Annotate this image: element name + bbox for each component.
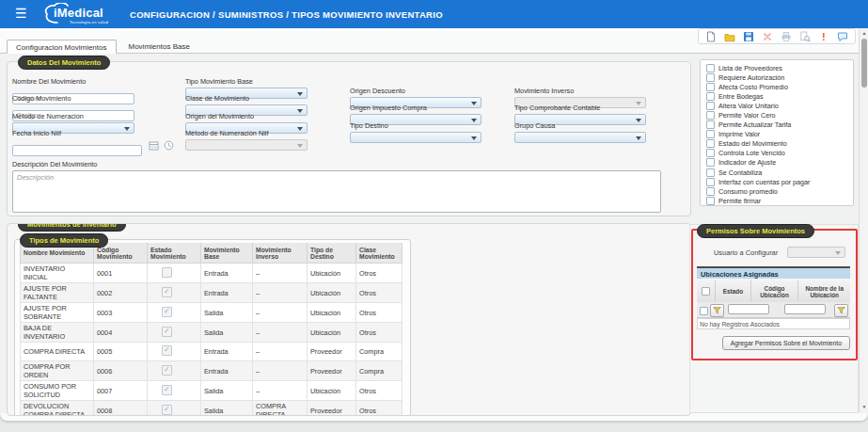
- usuario-label: Usuario a Configurar: [714, 248, 778, 257]
- checkbox-icon[interactable]: [706, 139, 715, 148]
- fecha-inicio-niif-input[interactable]: [12, 145, 142, 156]
- clock-icon[interactable]: [164, 137, 174, 148]
- movimientos-inventario-section: Movimientos de Inventario Tipos de Movim…: [7, 223, 691, 416]
- cell-destino: Ubicación: [308, 323, 356, 343]
- col-header[interactable]: Tipo de Destino: [308, 243, 356, 264]
- table-row[interactable]: CONSUMO POR SOLICITUD 0007 Salida – Ubic…: [21, 381, 402, 401]
- checkbox-icon[interactable]: [706, 187, 715, 196]
- cell-inverso: –: [253, 303, 308, 323]
- option-item[interactable]: Se Contabiliza: [706, 168, 853, 177]
- checkbox-icon[interactable]: [706, 83, 715, 91]
- col-header-nombre-ubicacion[interactable]: Nombre de la Ubicación: [798, 280, 850, 302]
- open-folder-icon[interactable]: [724, 31, 735, 42]
- codigo-ubicacion-filter-input[interactable]: [728, 304, 769, 314]
- option-item[interactable]: Entre Bodegas: [706, 91, 853, 101]
- calendar-icon[interactable]: [149, 137, 159, 148]
- option-item[interactable]: Permite Valor Cero: [706, 110, 853, 120]
- table-row[interactable]: AJUSTE POR SOBRANTE 0003 Salida – Ubicac…: [21, 303, 402, 323]
- save-icon[interactable]: [743, 31, 754, 42]
- cell-codigo: 0002: [94, 283, 148, 303]
- scroll-down-arrow-icon[interactable]: ▼: [860, 403, 868, 411]
- descripcion-textarea[interactable]: [12, 170, 661, 213]
- cell-nombre: AJUSTE POR SOBRANTE: [21, 303, 94, 323]
- new-document-icon[interactable]: [705, 31, 717, 42]
- print-icon[interactable]: [781, 31, 792, 42]
- comment-icon[interactable]: [837, 31, 848, 42]
- option-item[interactable]: Permite firmar: [706, 196, 853, 205]
- cell-estado: [148, 381, 201, 401]
- checkbox-icon[interactable]: [706, 178, 715, 186]
- cell-base: Salida: [201, 303, 253, 323]
- scrollbar-thumb[interactable]: [861, 39, 867, 88]
- table-row[interactable]: DEVOLUCION COMPRA DIRECTA 0008 Salida CO…: [21, 401, 402, 417]
- grupo-causa-select[interactable]: [514, 132, 646, 143]
- checkbox-icon[interactable]: [706, 158, 715, 167]
- checkbox-icon[interactable]: [706, 149, 715, 157]
- option-item[interactable]: Requiere Autorización: [706, 72, 853, 82]
- checkbox-icon[interactable]: [706, 168, 715, 177]
- scroll-up-arrow-icon[interactable]: ▲: [860, 29, 868, 38]
- cell-destino: Ubicación: [308, 303, 356, 323]
- col-header[interactable]: Movimiento Base: [201, 243, 253, 264]
- cell-inverso: –: [253, 361, 308, 381]
- checkbox-icon[interactable]: [706, 102, 715, 110]
- filter-funnel-icon[interactable]: [834, 304, 848, 317]
- checkbox-icon[interactable]: [706, 120, 715, 129]
- col-header[interactable]: Clase Movimiento: [356, 243, 402, 264]
- section-title-badge: Permisos Sobre Movimientos: [697, 224, 814, 238]
- checkbox-icon[interactable]: [706, 73, 715, 82]
- checkbox-icon[interactable]: [706, 111, 715, 120]
- table-row[interactable]: BAJA DE INVENTARIO 0004 Salida – Ubicaci…: [21, 323, 402, 343]
- option-item[interactable]: Afecta Costo Promedio: [706, 82, 853, 91]
- table-row[interactable]: COMPRA DIRECTA 0005 Entrada – Proveedor …: [21, 343, 402, 361]
- cell-clase: Otros: [356, 283, 402, 303]
- col-header[interactable]: Estado Movimiento: [148, 243, 201, 264]
- table-row[interactable]: COMPRA POR ORDEN 0006 Entrada – Proveedo…: [21, 361, 402, 381]
- option-label: Afecta Costo Promedio: [718, 83, 788, 91]
- movement-types-table: Nombre Movimiento Código Movimiento Esta…: [20, 243, 402, 416]
- col-header-estado[interactable]: Estado: [716, 280, 750, 302]
- checkbox-icon[interactable]: [706, 130, 715, 138]
- filter-funnel-icon[interactable]: [710, 304, 724, 317]
- option-item[interactable]: Lista de Proveedores: [706, 63, 853, 72]
- checkbox-icon[interactable]: [706, 197, 715, 205]
- option-item[interactable]: Consumo promedio: [706, 186, 853, 196]
- logo-text: iMedical: [54, 6, 103, 20]
- field-label: Método de Numeración Niif: [185, 129, 308, 137]
- option-label: Lista de Proveedores: [718, 64, 782, 72]
- cell-codigo: 0005: [94, 343, 148, 361]
- checkbox-icon[interactable]: [706, 92, 715, 101]
- option-item[interactable]: Imprime Valor: [706, 130, 853, 139]
- option-item[interactable]: Estado del Movimiento: [706, 139, 853, 149]
- field-label: Método de Numeración: [12, 112, 134, 120]
- nombre-ubicacion-filter-input[interactable]: [784, 304, 826, 314]
- tipo-destino-select[interactable]: [350, 132, 481, 143]
- alert-icon[interactable]: !: [818, 31, 829, 42]
- tab-movimientos-base[interactable]: Movimientos Base: [120, 40, 198, 54]
- option-item[interactable]: Indicador de Ajuste: [706, 158, 853, 168]
- option-item[interactable]: Altera Valor Unitario: [706, 101, 853, 110]
- delete-icon[interactable]: [762, 31, 773, 42]
- filter-checkbox[interactable]: [700, 307, 708, 315]
- checkbox-icon[interactable]: [706, 64, 715, 72]
- datos-del-movimiento-section: Datos Del Movimiento Nombre Del Movimien…: [7, 61, 691, 216]
- option-label: Consumo promedio: [718, 187, 778, 196]
- select-all-checkbox[interactable]: [702, 287, 710, 296]
- agregar-permisos-button[interactable]: Agregar Permisos Sobre el Movimiento: [722, 336, 850, 350]
- vertical-scrollbar[interactable]: ▲ ▼: [859, 28, 868, 412]
- tab-configuracion-movimientos[interactable]: Configuracion Movimientos: [7, 40, 117, 54]
- col-header[interactable]: Movimiento Inverso: [253, 243, 308, 264]
- preview-icon[interactable]: [799, 31, 811, 42]
- section-title-badge: Datos Del Movimiento: [18, 56, 110, 70]
- table-row[interactable]: INVENTARIO INICIAL 0001 Entrada – Ubicac…: [21, 264, 402, 283]
- option-label: Imprime Valor: [718, 130, 760, 138]
- field-label: Grupo Causa: [514, 121, 646, 130]
- cell-destino: Ubicación: [308, 264, 356, 283]
- hamburger-menu-icon[interactable]: ☰: [15, 7, 27, 20]
- option-item[interactable]: Interfaz con cuentas por pagar: [706, 177, 853, 186]
- option-item[interactable]: Permite Actualizar Tarifa: [706, 120, 853, 130]
- col-header-codigo-ubicacion[interactable]: Código Ubicación: [751, 280, 799, 302]
- movement-options-panel: Lista de Proveedores Requiere Autorizaci…: [700, 59, 854, 206]
- table-row[interactable]: AJUSTE POR FALTANTE 0002 Entrada – Ubica…: [21, 283, 402, 303]
- option-item[interactable]: Controla Lote Vencido: [706, 149, 853, 158]
